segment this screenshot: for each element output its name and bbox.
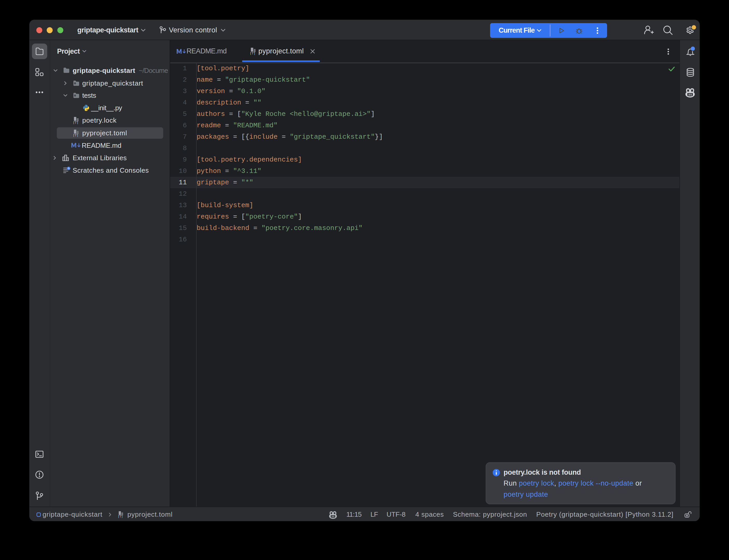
- svg-text:[T]: [T]: [73, 134, 78, 137]
- svg-text:[T]: [T]: [73, 121, 78, 124]
- svg-text:[T]: [T]: [250, 52, 255, 55]
- svg-text:[T]: [T]: [118, 515, 123, 518]
